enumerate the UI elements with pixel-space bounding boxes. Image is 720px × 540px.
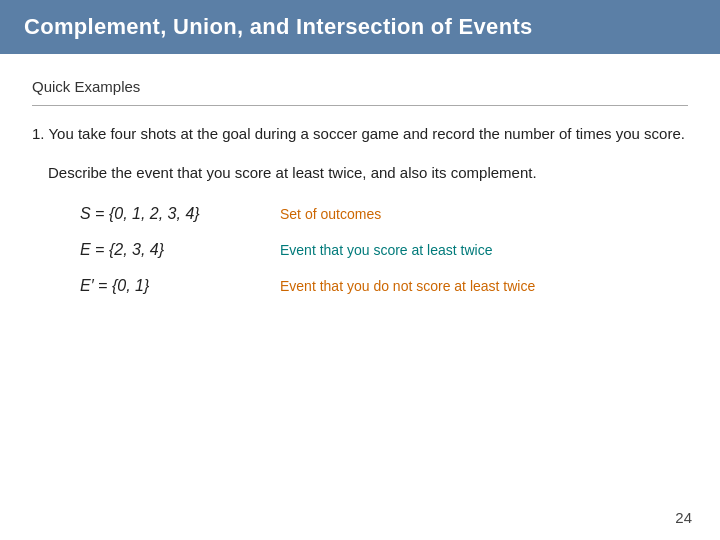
example-math-s-text: S = {0, 1, 2, 3, 4} <box>80 205 200 222</box>
example-label-e: Event that you score at least twice <box>280 242 492 258</box>
problem-text: 1. You take four shots at the goal durin… <box>32 122 688 145</box>
example-label-s: Set of outcomes <box>280 206 381 222</box>
example-row-e: E = {2, 3, 4} Event that you score at le… <box>80 241 688 259</box>
example-math-e-text: E = {2, 3, 4} <box>80 241 164 258</box>
section-label: Quick Examples <box>32 78 688 95</box>
slide-content: Quick Examples 1. You take four shots at… <box>0 54 720 311</box>
example-math-s: S = {0, 1, 2, 3, 4} <box>80 205 240 223</box>
example-label-eprime: Event that you do not score at least twi… <box>280 278 535 294</box>
example-math-eprime: E′ = {0, 1} <box>80 277 240 295</box>
example-row-s: S = {0, 1, 2, 3, 4} Set of outcomes <box>80 205 688 223</box>
describe-text: Describe the event that you score at lea… <box>48 161 688 184</box>
examples-table: S = {0, 1, 2, 3, 4} Set of outcomes E = … <box>80 205 688 295</box>
page-number: 24 <box>675 509 692 526</box>
slide-header: Complement, Union, and Intersection of E… <box>0 0 720 54</box>
slide-title: Complement, Union, and Intersection of E… <box>24 14 533 39</box>
problem-number: 1. <box>32 125 45 142</box>
example-math-e: E = {2, 3, 4} <box>80 241 240 259</box>
example-row-eprime: E′ = {0, 1} Event that you do not score … <box>80 277 688 295</box>
slide: Complement, Union, and Intersection of E… <box>0 0 720 540</box>
divider <box>32 105 688 106</box>
problem-body: You take four shots at the goal during a… <box>48 125 684 142</box>
example-math-eprime-text: E′ = {0, 1} <box>80 277 149 294</box>
